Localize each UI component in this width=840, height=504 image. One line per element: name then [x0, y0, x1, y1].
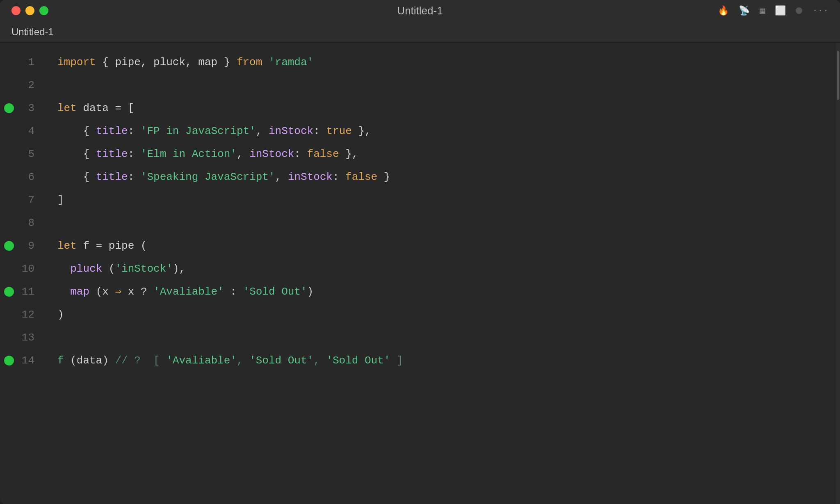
code-line-2: 2	[4, 74, 840, 97]
code-line-4: 4 { title: 'FP in JavaScript', inStock: …	[4, 120, 840, 143]
line-content-5: { title: 'Elm in Action', inStock: false…	[41, 149, 358, 159]
editor-body: 1 import { pipe, pluck, map } from 'ramd…	[0, 43, 840, 504]
traffic-lights	[11, 6, 48, 15]
code-area[interactable]: 1 import { pipe, pluck, map } from 'ramd…	[0, 51, 840, 496]
line-number-10: 10	[18, 263, 34, 275]
broadcast-icon[interactable]: 📡	[739, 5, 750, 16]
line-content-12: )	[41, 309, 64, 320]
breakpoint-14	[4, 356, 14, 366]
minimize-button[interactable]	[25, 6, 34, 15]
more-icon[interactable]: ···	[812, 6, 829, 16]
line-number-7: 7	[18, 194, 34, 206]
line-content-14: f (data) // ? [ 'Avaliable', 'Sold Out',…	[41, 355, 403, 366]
code-line-12: 12 )	[4, 303, 840, 326]
gutter-12: 12	[4, 309, 41, 321]
code-line-13: 13	[4, 326, 840, 349]
line-content-3: let data = [	[41, 103, 134, 114]
line-content-1: import { pipe, pluck, map } from 'ramda'	[41, 57, 313, 68]
gutter-3: 3	[4, 102, 41, 114]
flame-icon[interactable]: 🔥	[718, 5, 729, 16]
gutter-4: 4	[4, 125, 41, 137]
line-number-1: 1	[18, 56, 34, 68]
grid-icon[interactable]: ▦	[760, 5, 765, 16]
tab-label[interactable]: Untitled-1	[11, 26, 54, 38]
gutter-1: 1	[4, 56, 41, 68]
line-number-5: 5	[18, 148, 34, 160]
editor-header: Untitled-1	[0, 21, 840, 43]
scrollbar-thumb	[837, 51, 839, 100]
close-button[interactable]	[11, 6, 21, 15]
line-number-13: 13	[18, 331, 34, 344]
gutter-6: 6	[4, 171, 41, 183]
line-number-8: 8	[18, 217, 34, 229]
code-line-9: 9 let f = pipe (	[4, 234, 840, 257]
gutter-7: 7	[4, 194, 41, 206]
gutter-10: 10	[4, 263, 41, 275]
window-title: Untitled-1	[397, 5, 443, 17]
code-line-3: 3 let data = [	[4, 97, 840, 120]
line-content-11: map (x ⇒ x ? 'Avaliable' : 'Sold Out')	[41, 286, 313, 297]
code-line-8: 8	[4, 211, 840, 234]
line-content-7: ]	[41, 195, 64, 205]
line-content-10: pluck ('inStock'),	[41, 263, 185, 274]
code-line-11: 11 map (x ⇒ x ? 'Avaliable' : 'Sold Out'…	[4, 280, 840, 303]
code-line-5: 5 { title: 'Elm in Action', inStock: fal…	[4, 143, 840, 166]
gutter-8: 8	[4, 217, 41, 229]
titlebar-actions: 🔥 📡 ▦ ⬜ ···	[718, 5, 829, 16]
line-number-12: 12	[18, 309, 34, 321]
line-number-11: 11	[18, 286, 34, 298]
circle-icon[interactable]	[796, 7, 802, 14]
code-line-14: 14 f (data) // ? [ 'Avaliable', 'Sold Ou…	[4, 349, 840, 372]
breakpoint-3	[4, 103, 14, 113]
maximize-button[interactable]	[39, 6, 48, 15]
gutter-5: 5	[4, 148, 41, 160]
line-number-6: 6	[18, 171, 34, 183]
code-line-10: 10 pluck ('inStock'),	[4, 257, 840, 280]
gutter-11: 11	[4, 286, 41, 298]
code-line-1: 1 import { pipe, pluck, map } from 'ramd…	[4, 51, 840, 74]
gutter-13: 13	[4, 331, 41, 344]
line-content-4: { title: 'FP in JavaScript', inStock: tr…	[41, 126, 371, 136]
split-icon[interactable]: ⬜	[775, 5, 786, 16]
scrollbar[interactable]	[836, 43, 840, 504]
line-number-9: 9	[18, 240, 34, 252]
line-number-2: 2	[18, 79, 34, 91]
breakpoint-11	[4, 287, 14, 297]
line-content-6: { title: 'Speaking JavaScript', inStock:…	[41, 172, 390, 182]
titlebar: Untitled-1 🔥 📡 ▦ ⬜ ···	[0, 0, 840, 21]
gutter-14: 14	[4, 354, 41, 367]
line-content-9: let f = pipe (	[41, 241, 147, 251]
gutter-2: 2	[4, 79, 41, 91]
code-line-7: 7 ]	[4, 188, 840, 211]
line-number-3: 3	[18, 102, 34, 114]
line-number-14: 14	[18, 354, 34, 367]
code-line-6: 6 { title: 'Speaking JavaScript', inStoc…	[4, 166, 840, 188]
gutter-9: 9	[4, 240, 41, 252]
breakpoint-9	[4, 241, 14, 251]
line-number-4: 4	[18, 125, 34, 137]
editor-window: Untitled-1 🔥 📡 ▦ ⬜ ··· Untitled-1 1 impo…	[0, 0, 840, 504]
